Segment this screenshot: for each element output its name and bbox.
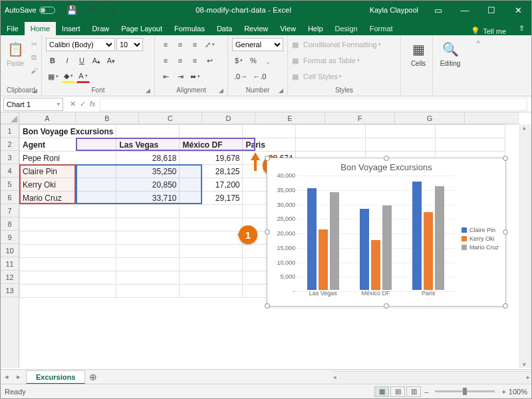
chart-legend[interactable]: Claire PinKerry OkiMario Cruz <box>462 225 499 253</box>
font-color-button[interactable]: A <box>76 70 90 83</box>
cell[interactable]: 17,200 <box>180 178 243 192</box>
cell[interactable] <box>180 271 243 285</box>
align-bottom-icon[interactable]: ≡ <box>188 38 201 51</box>
close-icon[interactable]: ✕ <box>505 1 531 19</box>
borders-button[interactable]: ▦ <box>46 70 61 83</box>
align-right-icon[interactable]: ≡ <box>188 54 201 67</box>
row-header[interactable]: 8 <box>1 217 19 231</box>
decrease-indent-icon[interactable]: ⇤ <box>159 70 172 83</box>
new-sheet-button[interactable]: ⊕ <box>85 372 101 382</box>
column-header[interactable]: B <box>76 112 139 124</box>
worksheet-grid[interactable]: ABCDEFG 12345678910111213 Bon Voyage Exc… <box>1 112 531 384</box>
fx-icon[interactable]: fx <box>90 100 96 108</box>
accounting-format-icon[interactable]: $ <box>232 54 245 67</box>
dialog-launcher-icon[interactable]: ◢ <box>146 87 150 94</box>
cell[interactable] <box>116 231 180 245</box>
tab-review[interactable]: Review <box>238 22 274 35</box>
cell[interactable] <box>116 205 180 218</box>
select-all-button[interactable] <box>1 112 19 124</box>
row-header[interactable]: 11 <box>1 257 19 271</box>
row-header[interactable]: 3 <box>1 151 19 164</box>
cells-button[interactable]: ▦ Cells <box>405 37 432 70</box>
cell[interactable] <box>366 125 436 138</box>
row-header[interactable]: 10 <box>1 244 19 257</box>
horizontal-scrollbar[interactable] <box>332 371 531 383</box>
percent-format-icon[interactable]: % <box>247 54 260 67</box>
zoom-slider[interactable] <box>435 390 495 392</box>
tab-insert[interactable]: Insert <box>56 22 86 35</box>
column-header[interactable]: F <box>325 112 395 124</box>
tab-view[interactable]: View <box>274 22 302 35</box>
formula-bar[interactable] <box>100 98 527 111</box>
comma-format-icon[interactable]: , <box>261 54 275 67</box>
copy-icon[interactable]: ⧉ <box>27 51 41 64</box>
format-as-table-button[interactable]: Format as Table <box>303 57 356 65</box>
row-header[interactable]: 9 <box>1 231 19 244</box>
cell[interactable] <box>116 285 180 298</box>
cell[interactable] <box>180 285 243 298</box>
tab-design[interactable]: Design <box>329 22 364 35</box>
tab-home[interactable]: Home <box>25 22 56 35</box>
cell[interactable] <box>180 245 243 258</box>
tab-page-layout[interactable]: Page Layout <box>115 22 168 35</box>
cell[interactable] <box>20 218 116 231</box>
fill-color-button[interactable]: ◆ <box>62 70 75 83</box>
tab-help[interactable]: Help <box>302 22 329 35</box>
cell[interactable]: México DF <box>180 138 243 152</box>
increase-decimal-icon[interactable]: .0→ <box>232 70 249 83</box>
column-header[interactable]: G <box>395 112 465 124</box>
sheet-tab-excursions[interactable]: Excursions <box>26 370 85 384</box>
row-header[interactable]: 4 <box>1 164 19 178</box>
cell[interactable] <box>20 285 116 298</box>
column-header[interactable]: D <box>202 112 255 124</box>
align-center-icon[interactable]: ≡ <box>174 54 187 67</box>
font-size-select[interactable]: 10 <box>116 38 143 51</box>
cell[interactable]: 20,850 <box>116 178 180 192</box>
row-header[interactable]: 7 <box>1 204 19 217</box>
decrease-decimal-icon[interactable]: ←.0 <box>251 70 268 83</box>
cell[interactable] <box>180 125 243 138</box>
cell[interactable]: 35,250 <box>116 165 180 178</box>
page-layout-view-icon[interactable]: ▤ <box>390 386 405 397</box>
zoom-out-button[interactable]: – <box>424 388 428 396</box>
cell[interactable]: Agent <box>20 138 116 152</box>
row-header[interactable]: 5 <box>1 178 19 191</box>
page-break-view-icon[interactable]: ▥ <box>406 386 421 397</box>
minimize-icon[interactable]: — <box>452 1 478 19</box>
row-header[interactable]: 1 <box>1 124 19 138</box>
increase-indent-icon[interactable]: ⇥ <box>174 70 187 83</box>
underline-button[interactable]: U <box>75 54 88 67</box>
normal-view-icon[interactable]: ▦ <box>374 386 389 397</box>
tab-file[interactable]: File <box>1 22 25 35</box>
cell[interactable] <box>116 271 180 285</box>
maximize-icon[interactable]: ☐ <box>478 1 505 19</box>
ribbon-options-icon[interactable]: ▭ <box>425 1 452 19</box>
conditional-formatting-button[interactable]: Conditional Formatting <box>303 41 377 49</box>
tab-formulas[interactable]: Formulas <box>168 22 211 35</box>
cell[interactable] <box>20 258 116 271</box>
cell[interactable] <box>20 231 116 245</box>
vertical-scrollbar[interactable] <box>519 124 531 368</box>
cell[interactable]: 28,125 <box>180 165 243 178</box>
cell[interactable]: Claire Pin <box>20 165 116 178</box>
row-headers[interactable]: 12345678910111213 <box>1 124 19 368</box>
format-painter-icon[interactable]: 🖌 <box>27 64 41 77</box>
tab-draw[interactable]: Draw <box>86 22 116 35</box>
tab-scroll-left-icon[interactable]: ◂ <box>1 372 13 381</box>
italic-button[interactable]: I <box>61 54 74 67</box>
redo-icon[interactable]: ↷ <box>106 3 119 17</box>
cell[interactable] <box>116 245 180 258</box>
grow-font-icon[interactable]: A▴ <box>90 54 103 67</box>
bold-button[interactable]: B <box>46 54 59 67</box>
save-icon[interactable]: 💾 <box>65 3 79 17</box>
cell[interactable]: Bon Voyage Excursions <box>20 125 116 138</box>
cell[interactable] <box>436 138 505 152</box>
share-icon[interactable]: ⇪ <box>511 21 531 35</box>
row-header[interactable]: 13 <box>1 284 19 297</box>
cell[interactable] <box>180 258 243 271</box>
cell[interactable]: Paris <box>243 138 296 152</box>
cell[interactable] <box>436 125 505 138</box>
cell[interactable] <box>180 205 243 218</box>
cell-styles-button[interactable]: Cell Styles <box>303 72 338 80</box>
collapse-ribbon-icon[interactable]: ^ <box>476 39 479 47</box>
